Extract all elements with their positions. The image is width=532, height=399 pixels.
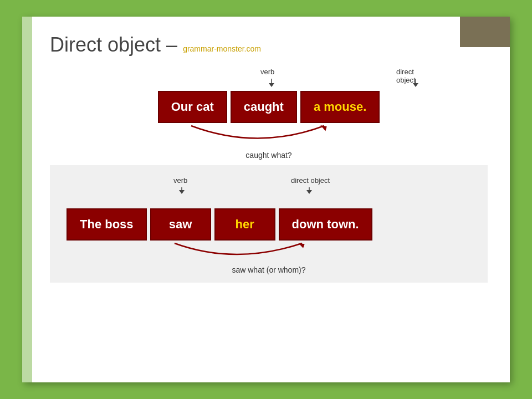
verb-label-1: verb (260, 68, 274, 76)
example-2-section: verb direct object The boss saw her down… (50, 165, 488, 283)
box-a-mouse: a mouse. (300, 91, 380, 123)
svg-marker-4 (320, 124, 328, 132)
svg-marker-6 (179, 190, 185, 194)
boxes-row-2: The boss saw her down town. (66, 208, 471, 241)
svg-marker-1 (269, 83, 274, 87)
box-down-town: down town. (279, 208, 372, 241)
svg-marker-9 (299, 242, 306, 249)
box-her: her (214, 208, 275, 241)
labels-row-1: verb direct object (103, 68, 435, 79)
slide-content: Direct object – grammar-monster.com verb… (22, 17, 510, 294)
arrow-area-2 (91, 187, 446, 196)
question-1: caught what? (103, 151, 435, 160)
label-arrows-2 (91, 187, 446, 200)
corner-decoration (460, 17, 510, 47)
box-our-cat: Our cat (158, 91, 227, 123)
curved-arrow-2 (163, 241, 308, 265)
site-label: grammar-monster.com (183, 44, 261, 53)
verb-label-2: verb (173, 176, 187, 185)
question-2: saw what (or whom)? (91, 265, 446, 274)
curved-area-2: saw what (or whom)? (91, 241, 446, 274)
example-1-section: verb direct object Our cat caught a mous… (50, 68, 488, 160)
slide-title: Direct object – grammar-monster.com (50, 33, 488, 57)
labels-row-2: verb direct object (91, 176, 446, 187)
boxes-row-1: Our cat caught a mouse. (158, 91, 380, 123)
title-text: Direct object – (50, 33, 177, 56)
svg-marker-8 (306, 190, 312, 194)
left-decoration (22, 17, 32, 382)
direct-label-2: direct object (291, 176, 330, 185)
curved-arrow-1 (175, 123, 341, 151)
box-the-boss: The boss (66, 208, 147, 241)
box-caught: caught (231, 91, 297, 123)
curved-area-1: caught what? (103, 123, 435, 160)
box-saw: saw (150, 208, 211, 241)
svg-marker-3 (413, 83, 418, 87)
slide: Direct object – grammar-monster.com verb… (22, 17, 510, 382)
